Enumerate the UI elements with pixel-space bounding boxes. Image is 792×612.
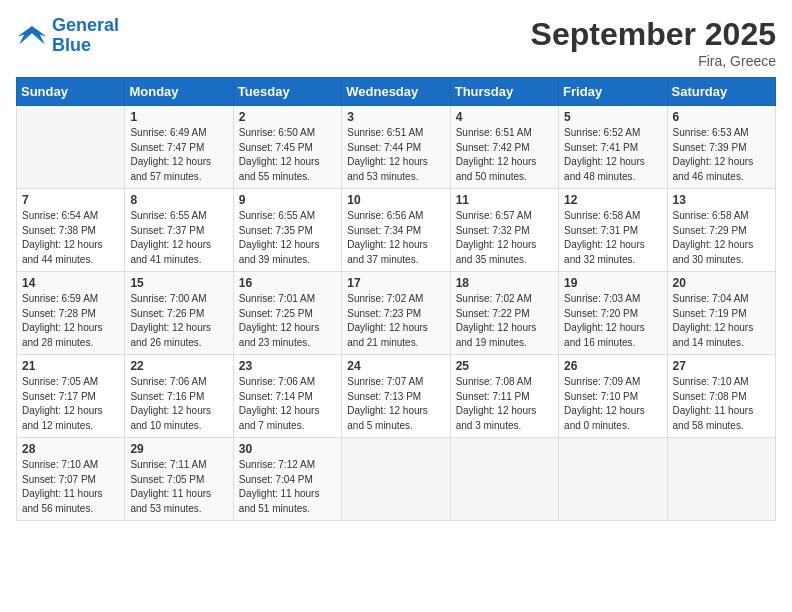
day-info: Sunrise: 7:05 AM Sunset: 7:17 PM Dayligh… [22, 375, 119, 433]
day-number: 18 [456, 276, 553, 290]
day-info: Sunrise: 6:50 AM Sunset: 7:45 PM Dayligh… [239, 126, 336, 184]
day-info: Sunrise: 7:01 AM Sunset: 7:25 PM Dayligh… [239, 292, 336, 350]
calendar-day-header: Thursday [450, 78, 558, 106]
calendar-cell: 5Sunrise: 6:52 AM Sunset: 7:41 PM Daylig… [559, 106, 667, 189]
month-title: September 2025 [531, 16, 776, 53]
day-number: 14 [22, 276, 119, 290]
day-number: 27 [673, 359, 770, 373]
calendar-cell: 20Sunrise: 7:04 AM Sunset: 7:19 PM Dayli… [667, 272, 775, 355]
calendar-cell: 27Sunrise: 7:10 AM Sunset: 7:08 PM Dayli… [667, 355, 775, 438]
calendar-cell: 11Sunrise: 6:57 AM Sunset: 7:32 PM Dayli… [450, 189, 558, 272]
calendar-day-header: Wednesday [342, 78, 450, 106]
calendar-cell: 16Sunrise: 7:01 AM Sunset: 7:25 PM Dayli… [233, 272, 341, 355]
logo-icon [16, 22, 48, 50]
day-info: Sunrise: 7:03 AM Sunset: 7:20 PM Dayligh… [564, 292, 661, 350]
day-number: 19 [564, 276, 661, 290]
day-number: 17 [347, 276, 444, 290]
day-info: Sunrise: 6:58 AM Sunset: 7:31 PM Dayligh… [564, 209, 661, 267]
calendar-cell: 17Sunrise: 7:02 AM Sunset: 7:23 PM Dayli… [342, 272, 450, 355]
calendar-cell: 13Sunrise: 6:58 AM Sunset: 7:29 PM Dayli… [667, 189, 775, 272]
day-number: 13 [673, 193, 770, 207]
day-number: 2 [239, 110, 336, 124]
day-number: 28 [22, 442, 119, 456]
day-info: Sunrise: 7:10 AM Sunset: 7:07 PM Dayligh… [22, 458, 119, 516]
calendar-cell: 24Sunrise: 7:07 AM Sunset: 7:13 PM Dayli… [342, 355, 450, 438]
day-info: Sunrise: 6:53 AM Sunset: 7:39 PM Dayligh… [673, 126, 770, 184]
day-info: Sunrise: 6:55 AM Sunset: 7:37 PM Dayligh… [130, 209, 227, 267]
day-number: 3 [347, 110, 444, 124]
day-info: Sunrise: 7:09 AM Sunset: 7:10 PM Dayligh… [564, 375, 661, 433]
day-info: Sunrise: 7:04 AM Sunset: 7:19 PM Dayligh… [673, 292, 770, 350]
day-info: Sunrise: 6:57 AM Sunset: 7:32 PM Dayligh… [456, 209, 553, 267]
day-info: Sunrise: 7:00 AM Sunset: 7:26 PM Dayligh… [130, 292, 227, 350]
calendar-cell: 8Sunrise: 6:55 AM Sunset: 7:37 PM Daylig… [125, 189, 233, 272]
calendar-week-row: 14Sunrise: 6:59 AM Sunset: 7:28 PM Dayli… [17, 272, 776, 355]
calendar-cell: 3Sunrise: 6:51 AM Sunset: 7:44 PM Daylig… [342, 106, 450, 189]
calendar-cell: 10Sunrise: 6:56 AM Sunset: 7:34 PM Dayli… [342, 189, 450, 272]
day-number: 5 [564, 110, 661, 124]
calendar-week-row: 21Sunrise: 7:05 AM Sunset: 7:17 PM Dayli… [17, 355, 776, 438]
day-info: Sunrise: 7:02 AM Sunset: 7:22 PM Dayligh… [456, 292, 553, 350]
calendar-cell: 23Sunrise: 7:06 AM Sunset: 7:14 PM Dayli… [233, 355, 341, 438]
day-number: 11 [456, 193, 553, 207]
day-info: Sunrise: 6:59 AM Sunset: 7:28 PM Dayligh… [22, 292, 119, 350]
day-number: 12 [564, 193, 661, 207]
day-number: 26 [564, 359, 661, 373]
day-info: Sunrise: 7:07 AM Sunset: 7:13 PM Dayligh… [347, 375, 444, 433]
day-number: 1 [130, 110, 227, 124]
calendar-cell [559, 438, 667, 521]
calendar-cell: 2Sunrise: 6:50 AM Sunset: 7:45 PM Daylig… [233, 106, 341, 189]
calendar-week-row: 1Sunrise: 6:49 AM Sunset: 7:47 PM Daylig… [17, 106, 776, 189]
day-info: Sunrise: 6:54 AM Sunset: 7:38 PM Dayligh… [22, 209, 119, 267]
calendar-cell: 22Sunrise: 7:06 AM Sunset: 7:16 PM Dayli… [125, 355, 233, 438]
day-number: 23 [239, 359, 336, 373]
calendar-week-row: 28Sunrise: 7:10 AM Sunset: 7:07 PM Dayli… [17, 438, 776, 521]
day-number: 20 [673, 276, 770, 290]
day-info: Sunrise: 6:56 AM Sunset: 7:34 PM Dayligh… [347, 209, 444, 267]
day-number: 21 [22, 359, 119, 373]
calendar-cell: 9Sunrise: 6:55 AM Sunset: 7:35 PM Daylig… [233, 189, 341, 272]
calendar-cell [342, 438, 450, 521]
day-number: 6 [673, 110, 770, 124]
day-number: 7 [22, 193, 119, 207]
calendar-cell: 7Sunrise: 6:54 AM Sunset: 7:38 PM Daylig… [17, 189, 125, 272]
calendar-cell: 1Sunrise: 6:49 AM Sunset: 7:47 PM Daylig… [125, 106, 233, 189]
day-info: Sunrise: 7:10 AM Sunset: 7:08 PM Dayligh… [673, 375, 770, 433]
calendar-cell: 14Sunrise: 6:59 AM Sunset: 7:28 PM Dayli… [17, 272, 125, 355]
day-number: 4 [456, 110, 553, 124]
day-info: Sunrise: 7:02 AM Sunset: 7:23 PM Dayligh… [347, 292, 444, 350]
day-info: Sunrise: 6:51 AM Sunset: 7:44 PM Dayligh… [347, 126, 444, 184]
calendar-cell: 25Sunrise: 7:08 AM Sunset: 7:11 PM Dayli… [450, 355, 558, 438]
calendar-cell: 26Sunrise: 7:09 AM Sunset: 7:10 PM Dayli… [559, 355, 667, 438]
calendar-cell: 6Sunrise: 6:53 AM Sunset: 7:39 PM Daylig… [667, 106, 775, 189]
logo-text: GeneralBlue [52, 16, 119, 56]
day-info: Sunrise: 7:06 AM Sunset: 7:16 PM Dayligh… [130, 375, 227, 433]
calendar-cell: 30Sunrise: 7:12 AM Sunset: 7:04 PM Dayli… [233, 438, 341, 521]
calendar-day-header: Tuesday [233, 78, 341, 106]
day-number: 29 [130, 442, 227, 456]
calendar-cell: 18Sunrise: 7:02 AM Sunset: 7:22 PM Dayli… [450, 272, 558, 355]
logo: GeneralBlue [16, 16, 119, 56]
day-number: 8 [130, 193, 227, 207]
calendar-cell: 12Sunrise: 6:58 AM Sunset: 7:31 PM Dayli… [559, 189, 667, 272]
svg-marker-0 [18, 26, 47, 44]
day-info: Sunrise: 6:52 AM Sunset: 7:41 PM Dayligh… [564, 126, 661, 184]
day-number: 30 [239, 442, 336, 456]
calendar-day-header: Monday [125, 78, 233, 106]
day-number: 25 [456, 359, 553, 373]
calendar-cell: 28Sunrise: 7:10 AM Sunset: 7:07 PM Dayli… [17, 438, 125, 521]
day-info: Sunrise: 6:51 AM Sunset: 7:42 PM Dayligh… [456, 126, 553, 184]
calendar-cell [450, 438, 558, 521]
day-number: 22 [130, 359, 227, 373]
page-header: GeneralBlue September 2025 Fira, Greece [16, 16, 776, 69]
calendar-cell [17, 106, 125, 189]
day-info: Sunrise: 6:49 AM Sunset: 7:47 PM Dayligh… [130, 126, 227, 184]
calendar-day-header: Sunday [17, 78, 125, 106]
location: Fira, Greece [531, 53, 776, 69]
day-info: Sunrise: 6:55 AM Sunset: 7:35 PM Dayligh… [239, 209, 336, 267]
calendar-cell: 4Sunrise: 6:51 AM Sunset: 7:42 PM Daylig… [450, 106, 558, 189]
day-number: 15 [130, 276, 227, 290]
day-number: 24 [347, 359, 444, 373]
day-info: Sunrise: 7:12 AM Sunset: 7:04 PM Dayligh… [239, 458, 336, 516]
calendar-day-header: Friday [559, 78, 667, 106]
